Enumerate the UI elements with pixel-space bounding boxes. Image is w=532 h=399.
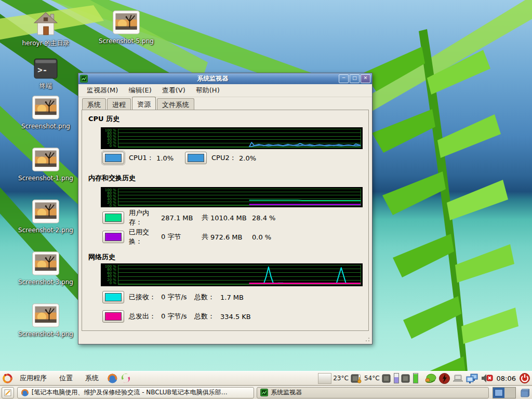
trash-icon[interactable] <box>519 388 530 398</box>
applications-menu[interactable]: 应用程序 <box>14 371 53 385</box>
battery-laptop-icon[interactable] <box>452 373 464 383</box>
show-desktop-icon <box>4 389 11 396</box>
desktop-icon-terminal[interactable]: 终端 <box>17 58 75 89</box>
volume-muted-icon[interactable] <box>481 373 494 383</box>
clock[interactable]: 08:06 <box>495 375 517 382</box>
ubuntu-menu-icon[interactable] <box>2 373 14 384</box>
shutdown-icon[interactable] <box>519 373 530 384</box>
system-monitor-icon <box>260 389 268 396</box>
memory-axis-labels: 100 %80 %60 % 40 %20 %0 % <box>102 189 118 206</box>
swap-color-button[interactable] <box>102 231 124 243</box>
memory-legend-row: 用户内存： 287.1 MB 共 1010.4 MB 28.4 % <box>102 211 275 224</box>
firefox-icon <box>21 389 29 397</box>
cpu-legend: CPU1： 1.0% CPU2： 2.0% <box>102 151 268 165</box>
network-axis-labels: 100 %80 %60 % 40 %20 %0 % <box>102 265 118 285</box>
memory-history-title: 内存和交换历史 <box>88 174 136 183</box>
swap-label: 已用交换： <box>129 228 161 246</box>
desktop-icon-label: Screenshot-5.png <box>97 37 155 45</box>
net-received-label: 已接收： <box>129 292 161 302</box>
cpu2-value: 2.0% <box>239 154 268 162</box>
image-thumbnail-icon <box>32 200 59 223</box>
net-sent-rate: 0 字节/s <box>161 312 194 321</box>
window-titlebar[interactable]: 系统监视器 ─ □ ✕ <box>78 73 372 84</box>
cpu1-color-button[interactable] <box>102 152 124 164</box>
cpu-frequency-icon[interactable] <box>438 373 450 384</box>
memory-color-button[interactable] <box>102 211 124 224</box>
net-sent-color-button[interactable] <box>102 310 124 323</box>
tab-strip: 系统 进程 资源 文件系统 <box>78 97 372 110</box>
network-monitor-icon[interactable] <box>466 373 479 384</box>
desktop-icon-home[interactable]: heroyr 的主目录 <box>17 11 75 47</box>
gnome-panel: 应用程序 位置 系统 23°C 54°C <box>0 371 532 385</box>
cpu1-value: 1.0% <box>156 154 185 162</box>
workspace-1[interactable] <box>493 388 504 398</box>
tab-resources[interactable]: 资源 <box>132 97 156 110</box>
maximize-button[interactable]: □ <box>350 74 360 83</box>
system-monitor-window-icon <box>80 75 88 83</box>
terminal-icon <box>34 58 58 79</box>
minimize-button[interactable]: ─ <box>339 74 349 83</box>
menu-view[interactable]: 查看(V) <box>157 84 191 97</box>
desktop-icon-screenshot2[interactable]: Screenshot-2.png <box>17 200 75 234</box>
keyring-icon[interactable] <box>424 373 437 383</box>
cpu1-label: CPU1： <box>129 153 156 163</box>
network-history-title: 网络历史 <box>88 252 115 262</box>
swap-legend-row: 已用交换： 0 字节 共 972.6 MB 0.0 % <box>102 230 271 244</box>
applet-placeholder[interactable] <box>318 373 331 384</box>
desktop-icon-screenshot3[interactable]: Screenshot-3.png <box>17 251 75 286</box>
tab-system[interactable]: 系统 <box>82 98 106 110</box>
image-thumbnail-icon <box>32 96 59 119</box>
system-menu[interactable]: 系统 <box>79 371 105 385</box>
temperature-cpu-value: 23°C <box>333 375 349 382</box>
firefox-launcher-icon[interactable] <box>107 373 118 384</box>
desktop-icon-screenshot[interactable]: Screenshot.png <box>17 96 75 130</box>
desktop-icon-label: Screenshot-2.png <box>17 227 75 234</box>
desktop-icon-label: Screenshot-3.png <box>17 278 75 286</box>
memory-used: 287.1 MB <box>161 214 202 222</box>
net-sent-total: 334.5 KB <box>220 313 266 321</box>
usage-gauge-green[interactable] <box>413 373 418 383</box>
menu-edit[interactable]: 编辑(E) <box>123 84 156 97</box>
memory-history-graph: 100 %80 %60 % 40 %20 %0 % <box>101 187 363 207</box>
usage-gauge-purple[interactable] <box>394 373 399 383</box>
net-sent-label: 总发出： <box>129 312 161 321</box>
show-desktop-button[interactable] <box>2 387 14 398</box>
desktop-icon-screenshot1[interactable]: Screenshot-1.png <box>17 148 75 182</box>
task-title: [笔记本电脑使用、维护及保修经验交流 - NBCLUB笔记本电脑俱乐部… <box>32 388 228 397</box>
task-button-system-monitor[interactable]: 系统监视器 <box>257 387 489 398</box>
task-button-firefox[interactable]: [笔记本电脑使用、维护及保修经验交流 - NBCLUB笔记本电脑俱乐部… <box>17 387 255 398</box>
net-sent-row: 总发出： 0 字节/s 总数： 334.5 KB <box>102 310 266 323</box>
tab-processes[interactable]: 进程 <box>107 98 131 110</box>
window-resize-grip[interactable] <box>363 335 371 343</box>
chip-icon[interactable] <box>381 373 392 384</box>
chip-icon[interactable] <box>401 373 411 384</box>
tab-filesystems[interactable]: 文件系统 <box>157 98 194 110</box>
cpu-thermometer-icon[interactable] <box>350 373 363 384</box>
resources-tab-content: CPU 历史 100 %80 %60 % 40 %20 %0 % CPU1： 1… <box>82 110 369 331</box>
image-thumbnail-icon <box>113 10 140 34</box>
memory-label: 用户内存： <box>129 208 161 227</box>
image-thumbnail-icon <box>32 303 59 327</box>
menu-monitor[interactable]: 监视器(M) <box>82 84 123 97</box>
desktop-icon-label: Screenshot-4.png <box>17 330 75 338</box>
desktop: >- heroyr 的主目录 Screenshot-5.png 终端 Scree… <box>0 0 532 399</box>
desktop-icon-label: heroyr 的主目录 <box>17 39 75 47</box>
workspace-2[interactable] <box>504 388 516 398</box>
memory-of-label: 共 <box>202 213 210 222</box>
net-received-color-button[interactable] <box>102 291 124 303</box>
system-tray: 23°C 54°C <box>318 373 530 384</box>
places-menu[interactable]: 位置 <box>53 371 79 385</box>
swirl-launcher-icon[interactable] <box>120 373 131 384</box>
menu-help[interactable]: 帮助(H) <box>191 84 225 97</box>
home-icon <box>32 11 59 36</box>
net-received-total-label: 总数： <box>194 292 220 302</box>
cpu-axis-labels: 100 %80 %60 % 40 %20 %0 % <box>102 129 118 148</box>
cpu2-color-button[interactable] <box>185 152 207 164</box>
desktop-icon-screenshot4[interactable]: Screenshot-4.png <box>17 303 75 338</box>
image-thumbnail-icon <box>32 148 59 171</box>
cpu2-label: CPU2： <box>211 153 239 163</box>
swap-of-label: 共 <box>202 232 210 242</box>
close-button[interactable]: ✕ <box>361 74 370 83</box>
swap-total: 972.6 MB <box>210 233 252 241</box>
desktop-icon-screenshot5[interactable]: Screenshot-5.png <box>97 10 155 45</box>
